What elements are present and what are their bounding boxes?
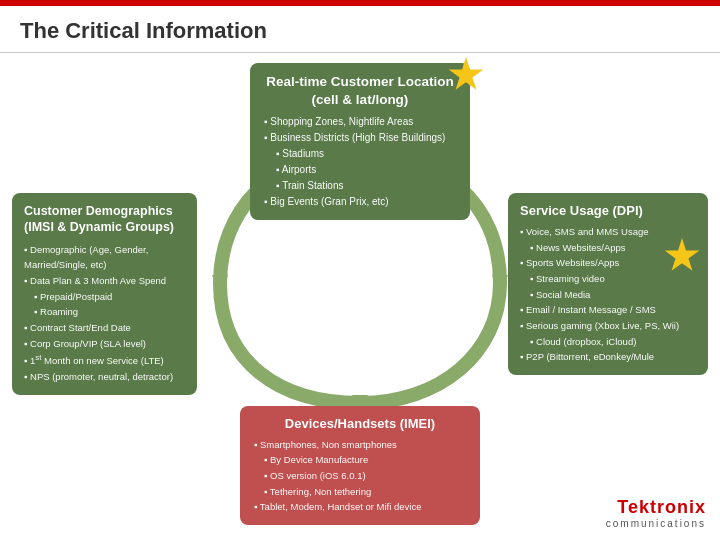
logo-sub: communications <box>606 518 706 529</box>
list-item: Sports Websites/Apps <box>520 255 696 271</box>
center-box: Real-time Customer Location(cell & lat/l… <box>250 63 470 220</box>
bottom-box: Devices/Handsets (IMEI) Smartphones, Non… <box>240 406 480 525</box>
center-box-title: Real-time Customer Location(cell & lat/l… <box>264 73 456 108</box>
list-item: By Device Manufacture <box>254 452 466 468</box>
list-item: Business Districts (High Rise Buildings) <box>264 130 456 146</box>
list-item: Tethering, Non tethering <box>254 484 466 500</box>
list-item: Data Plan & 3 Month Ave Spend <box>24 273 185 289</box>
list-item: Stadiums <box>264 146 456 162</box>
list-item: Contract Start/End Date <box>24 320 185 336</box>
list-item: Big Events (Gran Prix, etc) <box>264 194 456 210</box>
list-item: Email / Instant Message / SMS <box>520 302 696 318</box>
list-item: Roaming <box>24 304 185 320</box>
list-item: Prepaid/Postpaid <box>24 289 185 305</box>
page-title: The Critical Information <box>0 6 720 53</box>
list-item: Shopping Zones, Nightlife Areas <box>264 114 456 130</box>
center-box-items: Shopping Zones, Nightlife Areas Business… <box>264 114 456 210</box>
main-content: Real-time Customer Location(cell & lat/l… <box>0 53 720 540</box>
list-item: Airports <box>264 162 456 178</box>
left-box: Customer Demographics(IMSI & Dynamic Gro… <box>12 193 197 395</box>
list-item: OS version (iOS 6.0.1) <box>254 468 466 484</box>
list-item: Tablet, Modem, Handset or Mifi device <box>254 499 466 515</box>
list-item: Cloud (dropbox, iCloud) <box>520 334 696 350</box>
right-box-title: Service Usage (DPI) <box>520 203 696 218</box>
list-item: Streaming video <box>520 271 696 287</box>
list-item: Social Media <box>520 287 696 303</box>
list-item: Demographic (Age, Gender, Married/Single… <box>24 242 185 273</box>
list-item: 1st Month on new Service (LTE) <box>24 351 185 369</box>
right-box: Service Usage (DPI) Voice, SMS and MMS U… <box>508 193 708 375</box>
list-item: Train Stations <box>264 178 456 194</box>
list-item: P2P (Bittorrent, eDonkey/Mule <box>520 349 696 365</box>
list-item: Serious gaming (Xbox Live, PS, Wii) <box>520 318 696 334</box>
bottom-box-items: Smartphones, Non smartphones By Device M… <box>254 437 466 515</box>
bottom-box-title: Devices/Handsets (IMEI) <box>254 416 466 431</box>
right-box-items: Voice, SMS and MMS Usage News Websites/A… <box>520 224 696 365</box>
list-item: Smartphones, Non smartphones <box>254 437 466 453</box>
logo-brand: Tektronix <box>617 497 706 518</box>
left-box-items: Demographic (Age, Gender, Married/Single… <box>24 242 185 385</box>
logo-area: Tektronix communications <box>606 497 706 529</box>
list-item: NPS (promoter, neutral, detractor) <box>24 369 185 385</box>
list-item: Voice, SMS and MMS Usage <box>520 224 696 240</box>
list-item: Corp Group/VIP (SLA level) <box>24 336 185 352</box>
left-box-title: Customer Demographics(IMSI & Dynamic Gro… <box>24 203 185 236</box>
